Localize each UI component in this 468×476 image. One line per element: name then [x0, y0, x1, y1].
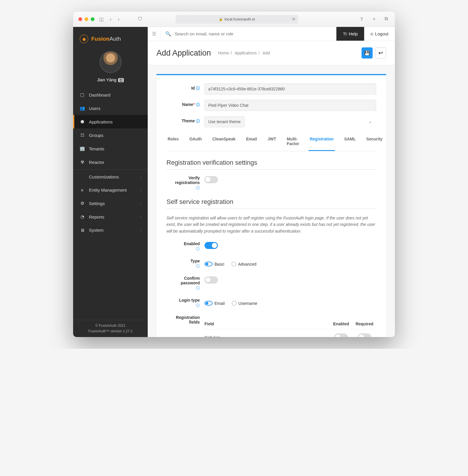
helper-text: Self service registration will allow use… [166, 215, 376, 234]
tab-roles[interactable]: Roles [166, 133, 180, 151]
nav-label: Applications [89, 119, 113, 124]
save-button[interactable]: 💾 [362, 47, 373, 59]
verify-label: Verify registrations [166, 176, 200, 185]
theme-label: Theme ⓘ [166, 116, 204, 124]
sidebar-item-applications[interactable]: ⬢Applications [73, 115, 148, 128]
sidebar-item-users[interactable]: 👥Users [73, 102, 148, 115]
nav-label: System [89, 228, 104, 233]
tab-cleanspeak[interactable]: CleanSpeak [211, 133, 237, 151]
nav-icon: ◔ [80, 214, 85, 219]
logo-text: FusionAuth [91, 36, 121, 42]
sidebar-item-tenants[interactable]: 🏢Tenants [73, 142, 148, 155]
radio-icon [231, 262, 236, 267]
radio-icon [232, 301, 237, 306]
page-title: Add Application [156, 49, 211, 58]
logout-button[interactable]: ⎋Logout [364, 31, 395, 36]
field-enabled-toggle[interactable] [334, 334, 348, 337]
sidebar-item-settings[interactable]: ⚙Settings‹ [73, 197, 148, 210]
tab-security[interactable]: Security [365, 133, 383, 151]
nav-label: Users [89, 106, 100, 111]
info-icon[interactable]: ⓘ [196, 247, 200, 251]
id-label: Id ⓘ [166, 83, 204, 91]
crumb-home[interactable]: Home [218, 51, 229, 55]
user-name: Jian Yáng⚿ [73, 77, 148, 82]
sidebar-item-groups[interactable]: ☷Groups [73, 128, 148, 142]
nav-label: Dashboard [89, 92, 110, 97]
shield-icon[interactable]: ⛉ [136, 16, 144, 23]
info-icon[interactable]: ⓘ [196, 185, 200, 190]
chevron-icon: ‹ [140, 228, 141, 232]
login-label: Login type [166, 298, 200, 303]
search-input[interactable] [175, 31, 332, 36]
login-email-radio[interactable]: Email [204, 301, 225, 306]
nav-icon: 🏢 [80, 146, 85, 151]
sidebar-toggle-icon[interactable]: ◫ [97, 15, 105, 23]
radio-icon [204, 301, 213, 306]
share-icon[interactable]: ⇪ [358, 15, 365, 23]
type-advanced-radio[interactable]: Advanced [231, 262, 256, 267]
sidebar-item-system[interactable]: 🖥System‹ [73, 224, 148, 237]
info-icon[interactable]: ⓘ [196, 303, 200, 307]
window-zoom[interactable] [91, 17, 94, 21]
sidebar-item-customizations[interactable]: Customizations‹ [73, 170, 148, 183]
tabs-icon[interactable]: ⧉ [383, 15, 390, 23]
nav-icon: ☢ [80, 159, 85, 165]
info-icon[interactable]: ⓘ [196, 264, 200, 268]
forward-icon[interactable]: › [116, 16, 121, 23]
sidebar-item-dashboard[interactable]: ▢Dashboard [73, 88, 148, 102]
back-icon[interactable]: ‹ [108, 16, 113, 23]
new-tab-icon[interactable]: ＋ [370, 15, 378, 23]
enabled-label: Enabled [166, 241, 200, 246]
collapse-sidebar-icon[interactable]: ☰ [148, 27, 161, 41]
nav-icon: ▢ [80, 92, 85, 97]
tab-oauth[interactable]: OAuth [188, 133, 203, 151]
radio-icon [204, 262, 213, 267]
window-close[interactable] [78, 17, 82, 21]
enabled-toggle[interactable] [204, 242, 218, 249]
name-label: Name* ⓘ [166, 100, 204, 107]
sidebar-item-entity-management[interactable]: ≡Entity Management‹ [73, 183, 148, 197]
address-bar[interactable]: 🔒 local.fusionauth.io ⟳ [176, 15, 298, 24]
url-text: local.fusionauth.io [225, 17, 255, 21]
window-minimize[interactable] [85, 17, 88, 21]
sidebar-item-reports[interactable]: ◔Reports‹ [73, 210, 148, 224]
tab-multi-factor[interactable]: Multi-Factor [285, 133, 300, 151]
id-badge-icon: ⚿ [118, 78, 124, 82]
verify-toggle[interactable] [204, 176, 218, 183]
search-icon: 🔍 [165, 31, 171, 37]
theme-select[interactable]: Use tenant theme [204, 116, 245, 127]
help-icon: ?⃝ [343, 31, 347, 36]
fields-label: Registration fields [166, 315, 200, 324]
browser-toolbar: ◫ ‹ › ⛉ 🔒 local.fusionauth.io ⟳ ⇪ ＋ ⧉ [73, 12, 395, 27]
sidebar-item-reactor[interactable]: ☢Reactor [73, 155, 148, 169]
info-icon[interactable]: ⓘ [196, 286, 200, 290]
name-input[interactable] [204, 100, 376, 111]
sidebar: ◉ FusionAuth Jian Yáng⚿ ▢Dashboard👥Users… [73, 27, 148, 337]
field-required-toggle[interactable] [358, 334, 371, 337]
nav-label: Reports [89, 214, 104, 219]
info-icon[interactable]: ⓘ [196, 119, 200, 123]
nav-icon: ☷ [80, 133, 85, 138]
login-username-radio[interactable]: Username [232, 301, 257, 306]
chevron-icon: ‹ [140, 215, 141, 219]
info-icon[interactable]: ⓘ [196, 102, 200, 107]
nav-icon: ≡ [80, 188, 85, 193]
back-button[interactable]: ↩ [375, 47, 386, 59]
breadcrumb: Home/ Applications/ Add [216, 51, 271, 55]
tab-registration[interactable]: Registration [309, 133, 335, 151]
id-input[interactable] [204, 83, 376, 94]
field-row: Birthdate [204, 329, 376, 337]
reload-icon[interactable]: ⟳ [292, 17, 295, 21]
crumb-add[interactable]: Add [263, 51, 270, 55]
confirm-toggle[interactable] [204, 276, 218, 283]
crumb-applications[interactable]: Applications [235, 51, 257, 55]
info-icon[interactable]: ⓘ [196, 86, 200, 90]
help-button[interactable]: ?⃝Help [336, 27, 364, 41]
tab-saml[interactable]: SAML [343, 133, 357, 151]
type-basic-radio[interactable]: Basic [204, 262, 224, 267]
tab-email[interactable]: Email [245, 133, 258, 151]
section-title: Self service registration [166, 198, 376, 209]
tab-jwt[interactable]: JWT [266, 133, 278, 151]
avatar[interactable] [99, 51, 122, 73]
logout-icon: ⎋ [371, 31, 373, 36]
